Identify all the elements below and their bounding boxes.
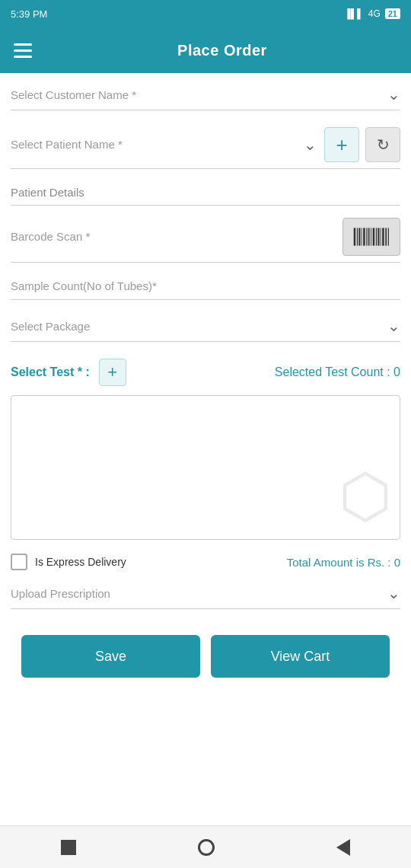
nav-home-button[interactable] (198, 839, 215, 856)
barcode-label: Barcode Scan * (11, 230, 90, 243)
select-patient-label: Select Patient Name * (11, 138, 123, 151)
select-patient-field[interactable]: Select Patient Name * (11, 138, 298, 152)
select-patient-row: Select Patient Name * ⌄ + ↻ (11, 127, 400, 169)
select-package-field[interactable]: Select Package ⌄ (11, 317, 400, 342)
select-customer-label: Select Customer Name * (11, 88, 387, 101)
selected-test-count-label: Selected Test Count : 0 (275, 365, 400, 379)
svg-rect-13 (385, 228, 387, 245)
svg-rect-2 (358, 228, 360, 245)
barcode-scan-button[interactable] (342, 218, 400, 256)
patient-details-section: Patient Details (11, 186, 400, 206)
back-icon (336, 839, 350, 856)
add-test-icon: + (107, 364, 117, 381)
refresh-patient-button[interactable]: ↻ (365, 127, 400, 162)
page-title: Place Order (47, 42, 397, 59)
battery-icon: 21 (385, 8, 400, 19)
svg-rect-10 (378, 228, 379, 245)
status-right: ▐▌▌ 4G 21 (344, 8, 400, 19)
test-list-area: ⬡ (11, 395, 400, 540)
sample-count-field[interactable]: Sample Count(No of Tubes)* (11, 279, 400, 300)
navigation-bar (0, 825, 411, 868)
barcode-row: Barcode Scan * (11, 218, 400, 263)
select-test-label: Select Test * : (11, 365, 90, 379)
svg-rect-11 (381, 228, 381, 245)
svg-rect-9 (376, 228, 377, 245)
customer-chevron-icon: ⌄ (387, 85, 400, 104)
patient-chevron-icon: ⌄ (304, 136, 317, 154)
svg-rect-6 (368, 228, 370, 245)
patient-details-label: Patient Details (11, 186, 84, 199)
svg-rect-12 (382, 228, 384, 245)
barcode-icon (352, 225, 390, 249)
express-delivery-checkbox[interactable] (11, 554, 27, 570)
nav-recent-button[interactable] (336, 839, 350, 856)
sample-count-label: Sample Count(No of Tubes)* (11, 279, 157, 292)
svg-rect-0 (354, 228, 356, 245)
svg-rect-1 (357, 228, 358, 245)
status-bar: 5:39 PM ▐▌▌ 4G 21 (0, 0, 411, 27)
network-type: 4G (368, 8, 381, 19)
express-delivery-label: Is Express Delivery (35, 556, 126, 568)
express-delivery-row: Is Express Delivery Total Amount is Rs. … (11, 554, 400, 570)
nav-back-button[interactable] (61, 840, 76, 855)
watermark: ⬡ (339, 461, 392, 531)
app-header: Place Order (0, 27, 411, 73)
add-test-button[interactable]: + (99, 359, 126, 386)
time-display: 5:39 PM (11, 8, 47, 20)
svg-rect-8 (373, 228, 375, 245)
select-customer-field[interactable]: Select Customer Name * ⌄ (11, 85, 400, 110)
svg-rect-7 (371, 228, 371, 245)
stop-icon (61, 840, 76, 855)
select-package-label: Select Package (11, 320, 387, 333)
package-chevron-icon: ⌄ (387, 317, 400, 335)
add-patient-button[interactable]: + (324, 127, 359, 162)
refresh-icon: ↻ (377, 136, 390, 154)
upload-chevron-icon: ⌄ (387, 584, 400, 602)
upload-prescription-row[interactable]: Upload Prescription ⌄ (11, 584, 400, 609)
svg-rect-4 (363, 228, 365, 245)
svg-rect-3 (362, 228, 362, 245)
svg-rect-14 (388, 228, 389, 245)
action-buttons: Save View Cart (11, 627, 400, 685)
total-amount-display: Total Amount is Rs. : 0 (287, 556, 400, 569)
hamburger-menu-button[interactable] (14, 43, 32, 58)
form-content: Select Customer Name * ⌄ Select Patient … (0, 73, 411, 825)
barcode-input[interactable]: Barcode Scan * (11, 230, 335, 244)
signal-icon: ▐▌▌ (344, 8, 364, 19)
svg-rect-5 (366, 228, 367, 245)
select-test-row: Select Test * : + Selected Test Count : … (11, 359, 400, 386)
home-icon (198, 839, 215, 856)
save-button[interactable]: Save (21, 635, 200, 678)
upload-prescription-label: Upload Prescription (11, 587, 110, 600)
view-cart-button[interactable]: View Cart (211, 635, 390, 678)
